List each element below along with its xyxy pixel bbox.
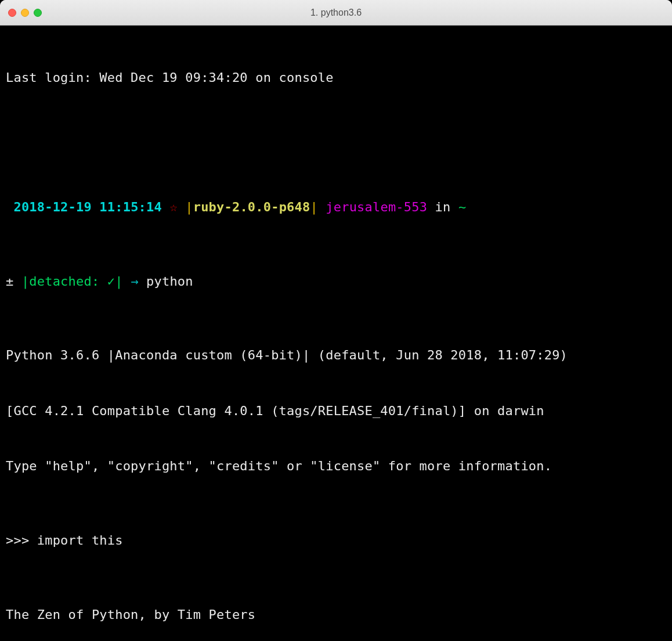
terminal-content[interactable]: Last login: Wed Dec 19 09:34:20 on conso… [0,26,672,641]
git-indicator: ± [6,274,13,289]
maximize-icon[interactable] [34,9,42,17]
star-icon: ☆ [169,200,177,214]
blank-line [6,124,666,142]
arrow-icon: → [123,274,146,289]
pipe: | [115,274,122,289]
zen-title: The Zen of Python, by Tim Peters [6,606,666,624]
python-banner-line: [GCC 4.2.1 Compatible Clang 4.0.1 (tags/… [6,402,666,420]
ruby-pipe-right: | [310,200,317,214]
prompt-timestamp: 2018-12-19 11:15:14 [13,200,161,214]
last-login-line: Last login: Wed Dec 19 09:34:20 on conso… [6,69,666,87]
terminal-window: 1. python3.6 Last login: Wed Dec 19 09:3… [0,0,672,641]
titlebar[interactable]: 1. python3.6 [0,0,672,26]
python-banner-line: Python 3.6.6 |Anaconda custom (64-bit)| … [6,346,666,365]
check-icon: ✓ [99,274,115,289]
shell-command: python [146,274,193,289]
pipe: | [13,274,29,289]
shell-prompt-line-1: 2018-12-19 11:15:14 ☆ |ruby-2.0.0-p648| … [6,198,666,217]
traffic-lights [8,9,42,17]
close-icon[interactable] [8,9,16,17]
prompt-path: ~ [458,200,466,214]
repl-prompt: >>> [6,533,37,548]
python-repl-line: >>> import this [6,531,666,550]
git-branch: detached: [29,274,99,289]
shell-prompt-line-2: ± |detached: ✓| → python [6,272,666,291]
hostname: jerusalem-553 [326,200,427,214]
python-banner-line: Type "help", "copyright", "credits" or "… [6,457,666,476]
ruby-pipe-left: | [185,200,193,214]
minimize-icon[interactable] [21,9,29,17]
repl-command: import this [37,533,123,548]
ruby-version: ruby-2.0.0-p648 [193,200,310,214]
window-title: 1. python3.6 [8,8,664,18]
prompt-in: in [427,200,458,214]
